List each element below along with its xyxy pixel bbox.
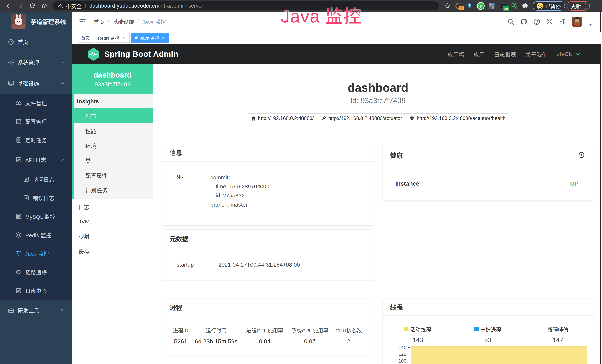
sidebar-item-access-logs[interactable]: 访问日志 [0, 170, 72, 189]
sidebar-item-log-center[interactable]: 日志中心 [0, 281, 72, 300]
font-size-icon[interactable] [559, 18, 566, 25]
instance-url-health[interactable]: http://192.168.0.2:48080/actuator/health [406, 114, 509, 123]
extension-key-icon[interactable] [509, 1, 520, 11]
bookmark-star-icon[interactable] [442, 1, 453, 11]
browser-back-button[interactable] [6, 3, 12, 9]
heartbeat-icon [409, 116, 415, 121]
sba-brand-title[interactable]: Spring Boot Admin [104, 50, 178, 59]
tag-close-icon[interactable]: ✕ [120, 35, 127, 41]
sidebar-item-infrastructure[interactable]: 基础设施 [0, 73, 72, 94]
help-icon[interactable] [533, 18, 540, 25]
sidebar-item-label: 配置管理 [25, 118, 47, 125]
app-title: 芋道管理系统 [30, 17, 66, 26]
app-logo[interactable]: 芋道管理系统 [0, 12, 72, 31]
main-area: 首页 / 基础设施 / Java 监控 首页 Redis 监控 ✕ J [72, 12, 602, 364]
sba-instance-name: dashboard [72, 70, 153, 80]
sidebar-item-redis-monitor[interactable]: Redis 监控 [0, 226, 72, 244]
window-right-margin [601, 12, 602, 364]
tag-home[interactable]: 首页 [78, 33, 93, 43]
process-col-system-cpu: 系统CPU使用率 [287, 327, 333, 334]
sba-menu-mappings[interactable]: 映射 [72, 229, 153, 244]
tag-label: Java 监控 [140, 34, 159, 41]
sidebar-item-api-logs[interactable]: API 日志 [0, 149, 72, 170]
sba-menu-details[interactable]: 细节 [72, 108, 153, 123]
cards-area: 信息 git commit: time: 1596289704000 id: 2… [162, 143, 594, 364]
sidebar-item-dev-tools[interactable]: 研发工具 [0, 300, 72, 321]
tag-close-icon[interactable]: ✕ [160, 35, 166, 41]
sidebar-item-label: 定时任务 [25, 136, 47, 144]
sidebar-collapse-icon[interactable] [78, 18, 86, 26]
history-icon[interactable] [577, 151, 585, 159]
sba-menu-environment[interactable]: 环境 [74, 138, 153, 153]
sba-nav-applications[interactable]: 应用 [473, 50, 485, 58]
sba-instance-header[interactable]: dashboard 93a3fc7f7409 [72, 64, 153, 94]
breadcrumb-infrastructure[interactable]: 基础设施 [113, 18, 134, 26]
key-value-row: git commit: time: 1596289704000 id: 27aa… [171, 173, 365, 217]
sba-nav-about[interactable]: 关于我们 [526, 50, 548, 58]
sba-content: dashboard Id: 93a3fc7f7409 http://192.16… [153, 64, 602, 364]
sidebar-item-scheduled-tasks[interactable]: 定时任务 [0, 131, 72, 149]
sidebar-item-file-management[interactable]: 文件管理 [0, 94, 72, 112]
sidebar-item-error-logs[interactable]: 错误日志 [0, 189, 72, 207]
sba-menu-caches[interactable]: 缓存 [72, 244, 153, 259]
tag-redis-monitor[interactable]: Redis 监控 ✕ [95, 33, 129, 43]
browser-forward-button[interactable] [17, 3, 24, 9]
sba-menu-metrics[interactable]: 性能 [74, 123, 153, 138]
sba-menu-jvm[interactable]: JVM [72, 214, 153, 229]
extension-green-circle-icon[interactable]: y [475, 1, 486, 11]
sidebar-item-config-management[interactable]: 配置管理 [0, 112, 72, 131]
tab-paused-pill[interactable]: 已暂停 [533, 1, 565, 11]
instance-url-buttons: http://192.168.0.2:48080/ http://192.168… [162, 114, 594, 123]
cloud-upload-icon [15, 100, 22, 106]
sba-nav-wallboard[interactable]: 应用墙 [448, 50, 464, 58]
sba-menu-config-props[interactable]: 配置属性 [74, 168, 153, 183]
url-text: http://192.168.0.2:48080/ [258, 116, 314, 121]
threads-panel: 线程 活动线程 143 守护进程 [383, 299, 593, 364]
ytick-100: 100 [398, 358, 406, 364]
process-col-cpus: CPU核心数 [333, 327, 365, 334]
instance-url-home[interactable]: http://192.168.0.2:48080/ [247, 114, 317, 123]
extension-pin-icon[interactable] [464, 1, 475, 11]
sba-menu-scheduled-tasks[interactable]: 计划任务 [74, 183, 153, 197]
browser-update-button[interactable]: 更新 [567, 1, 590, 11]
user-menu-caret-icon[interactable] [589, 23, 592, 26]
github-icon[interactable] [520, 18, 527, 25]
sidebar-item-system[interactable]: 系统管理 [0, 52, 72, 73]
sba-nav-journal[interactable]: 日志报表 [494, 50, 516, 58]
sidebar-item-mysql-monitor[interactable]: MySQL 监控 [0, 207, 72, 226]
process-cpu-value: 0.04 [242, 334, 287, 345]
chevron-up-icon [60, 157, 65, 162]
sba-language-select[interactable]: zh-CN [557, 51, 580, 57]
browser-home-button[interactable] [41, 3, 47, 9]
cards-row-3: 进程 进程ID 运行时间 进程CPU使用率 系统CPU使用率 CPU [162, 299, 594, 364]
page-url: dashboard.yudao.iocoder.cn/infra/admin-s… [89, 3, 203, 9]
extension-grid-icon[interactable] [486, 1, 497, 11]
sba-menu-classes[interactable]: 类 [74, 153, 153, 168]
browser-reload-button[interactable] [29, 3, 36, 9]
sba-language-value: zh-CN [557, 51, 573, 57]
sidebar-item-home[interactable]: 首页 [0, 31, 72, 52]
key-value-row: startup 2021-04-27T00:44:31.254+08:00 [171, 262, 365, 271]
daemon-threads-label: 守护进程 [480, 326, 501, 333]
address-bar[interactable]: 不安全 dashboard.yudao.iocoder.cn/infra/adm… [53, 1, 439, 10]
breadcrumb-home[interactable]: 首页 [94, 18, 104, 26]
sidebar-item-label: 研发工具 [18, 306, 39, 314]
sidebar-item-java-monitor[interactable]: Java 监控 [0, 244, 72, 263]
sidebar-item-tracing[interactable]: 链路追踪 [0, 263, 72, 281]
extensions-puzzle-icon[interactable] [520, 1, 531, 11]
tag-java-monitor[interactable]: Java 监控 ✕ [131, 33, 170, 43]
sidebar-menu: 首页 系统管理 基础设施 文件管理 配置管理 定时任务 [0, 31, 72, 321]
fullscreen-icon[interactable] [546, 18, 553, 25]
chevron-down-icon [60, 60, 65, 65]
sidebar-item-label: API 日志 [25, 156, 46, 163]
omnibox-divider [86, 3, 86, 8]
info-value-line: branch: master [210, 200, 365, 209]
instance-url-actuator[interactable]: http://192.168.0.2:48080/actuator [317, 114, 406, 123]
browser-menu-kebab-icon[interactable] [585, 3, 586, 9]
user-avatar[interactable] [572, 17, 582, 27]
extension-password-icon[interactable]: 1 [453, 1, 464, 11]
extension-tabs-on-icon[interactable]: on [497, 1, 509, 11]
spring-boot-admin-logo [87, 47, 100, 61]
search-icon[interactable] [507, 18, 515, 25]
sba-menu-logs[interactable]: 日志 [72, 199, 153, 214]
